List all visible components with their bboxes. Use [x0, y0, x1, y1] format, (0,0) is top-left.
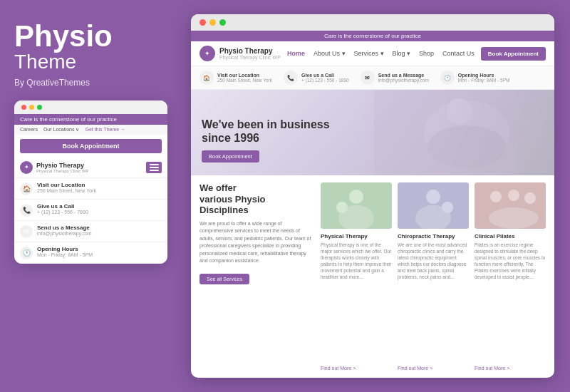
nav-services[interactable]: Services: [354, 50, 384, 57]
desktop-mockup: Care is the cornerstone of our practice …: [191, 14, 554, 378]
card2-link[interactable]: Find out More >: [398, 366, 469, 371]
mobile-logo-icon: ✦: [20, 161, 33, 174]
desktop-content: Care is the cornerstone of our practice …: [191, 31, 554, 378]
desktop-hours-item: 🕐 Opening Hours Mon - Friday: 8AM - 5PM: [440, 71, 510, 85]
desk-message-label: Send us a Message: [378, 73, 429, 78]
mobile-call-text: Give us a Call + (12) 123 - 556 - 7890: [37, 203, 88, 215]
dot-red: [21, 105, 26, 110]
location-icon: 🏠: [20, 182, 33, 195]
desktop-info-bar: 🏠 Visit our Location 250 Main Street, Ne…: [191, 66, 554, 90]
dot-yellow: [29, 105, 34, 110]
mobile-book-button[interactable]: Book Appointment: [20, 139, 162, 153]
mobile-nav-careers[interactable]: Careers: [20, 127, 38, 133]
brand-subtitle: Theme: [14, 51, 178, 73]
desk-dot-yellow: [209, 19, 216, 26]
email-icon: ✉: [20, 225, 33, 238]
card3-link[interactable]: Find out More >: [475, 366, 546, 371]
card1-link[interactable]: Find out More >: [321, 366, 392, 371]
desktop-location-item: 🏠 Visit our Location 250 Main Street, Ne…: [200, 71, 272, 85]
hero-content: We've been in business since 1996 Book A…: [202, 118, 330, 163]
card-chiropractic-therapy: Chiropractic Therapy We are one of the m…: [398, 182, 469, 371]
call-val: + (12) 123 - 556 - 7890: [37, 210, 88, 215]
offer-text: We are proud to offer a wide range of co…: [200, 220, 314, 265]
desktop-phone-icon: 📞: [284, 71, 298, 85]
desk-hours-val: Mon - Friday: 8AM - 5PM: [458, 78, 510, 83]
svg-point-3: [428, 125, 506, 168]
nav-contact[interactable]: Contact Us: [442, 50, 475, 57]
clock-icon: 🕐: [20, 247, 33, 259]
mobile-nav-theme[interactable]: Get this Theme →: [85, 127, 125, 133]
desktop-call-item: 📞 Give us a Call + (12) 123 - 556 - 1890: [284, 71, 349, 85]
desktop-location-icon: 🏠: [200, 71, 214, 85]
svg-point-7: [336, 202, 348, 213]
mobile-hours-text: Opening Hours Mon - Friday: 8AM - 5PM: [37, 246, 93, 257]
desktop-hero: We've been in business since 1996 Book A…: [191, 90, 554, 175]
desktop-email-icon: ✉: [361, 71, 375, 85]
svg-point-16: [489, 207, 539, 229]
left-panel: Physio Theme By QreativeThemes Care is t…: [14, 14, 178, 378]
desktop-logo-sub: Physical Therapy Clinic WP: [219, 55, 281, 60]
desktop-clock-icon: 🕐: [440, 71, 455, 85]
see-services-button[interactable]: See all Services: [200, 274, 249, 284]
desktop-call-text: Give us a Call + (12) 123 - 556 - 1890: [301, 73, 349, 83]
mobile-logo-sub: Physical Therapy Clinic WP: [36, 169, 89, 173]
mobile-mockup: Care is the cornerstone of our practice …: [14, 100, 167, 264]
mobile-message-row: ✉ Send us a Message info@physiotherapy.c…: [14, 221, 167, 242]
desk-location-label: Visit our Location: [217, 73, 272, 78]
card-clinical-pilates: Clinical Pilates Pilates is an exercise …: [475, 182, 546, 371]
location-val: 250 Main Street, New York: [37, 188, 96, 193]
nav-blog[interactable]: Blog: [393, 50, 411, 57]
desktop-nav-logo: ✦ Physio Therapy Physical Therapy Clinic…: [200, 46, 281, 61]
mobile-notice: Care is the cornerstone of our practice: [14, 114, 167, 125]
card1-image: [321, 182, 392, 229]
desktop-top-bar: [191, 14, 554, 31]
card2-image: [398, 182, 469, 229]
desktop-logo-text: Physio Therapy Physical Therapy Clinic W…: [219, 47, 281, 60]
svg-point-2: [447, 98, 472, 124]
hero-text: We've been in business since 1996: [202, 118, 330, 145]
svg-point-15: [524, 192, 536, 204]
mobile-message-text: Send us a Message info@physiotherapy.com: [37, 225, 92, 236]
desk-dot-red: [200, 19, 206, 26]
desk-dot-green: [219, 19, 226, 26]
desktop-nav: ✦ Physio Therapy Physical Therapy Clinic…: [191, 41, 554, 66]
card3-image: [475, 182, 546, 229]
mobile-logo-area: ✦ Physio Therapy Physical Therapy Clinic…: [20, 161, 89, 174]
nav-home[interactable]: Home: [287, 50, 305, 57]
service-cards: Physical Therapy Physical therapy is one…: [321, 182, 546, 371]
svg-point-13: [490, 191, 502, 202]
mobile-call-row: 📞 Give us a Call + (12) 123 - 556 - 7890: [14, 200, 167, 221]
desktop-logo-name: Physio Therapy: [219, 47, 281, 55]
mobile-logo-text: Physio Therapy Physical Therapy Clinic W…: [36, 162, 89, 173]
offer-section: We offer various Physio Disciplines We a…: [200, 182, 314, 371]
desktop-location-text: Visit our Location 250 Main Street, New …: [217, 73, 272, 83]
mobile-location-text: Visit our Location 250 Main Street, New …: [37, 182, 96, 193]
card2-name: Chiropractic Therapy: [398, 233, 469, 239]
desktop-services: We offer various Physio Disciplines We a…: [191, 175, 554, 378]
brand-title: Physio: [14, 21, 178, 51]
nav-about[interactable]: About Us: [314, 50, 346, 57]
mobile-location-row: 🏠 Visit our Location 250 Main Street, Ne…: [14, 178, 167, 200]
desktop-message-item: ✉ Send us a Message info@physiotherapy.c…: [361, 71, 429, 85]
phone-icon: 📞: [20, 204, 33, 217]
desktop-book-button[interactable]: Book Appointment: [481, 47, 546, 61]
desktop-message-text: Send us a Message info@physiotherapy.com: [378, 73, 429, 83]
mobile-logo-name: Physio Therapy: [36, 162, 89, 169]
card3-name: Clinical Pilates: [475, 233, 546, 239]
hours-label: Opening Hours: [37, 246, 93, 252]
svg-point-11: [442, 202, 453, 213]
desktop-logo-icon: ✦: [200, 46, 215, 61]
brand-by: By QreativeThemes: [14, 78, 178, 88]
mobile-nav-locations[interactable]: Our Locations ∨: [43, 127, 80, 133]
mobile-hours-row: 🕐 Opening Hours Mon - Friday: 8AM - 5PM: [14, 242, 167, 264]
card1-desc: Physical therapy is one of the major ser…: [321, 242, 392, 363]
hero-book-button[interactable]: Book Appointment: [202, 150, 259, 163]
location-label: Visit our Location: [37, 182, 96, 188]
card1-name: Physical Therapy: [321, 233, 392, 239]
nav-shop[interactable]: Shop: [419, 50, 434, 57]
message-label: Send us a Message: [37, 225, 92, 231]
hamburger-icon[interactable]: [146, 162, 162, 173]
card3-desc: Pilates is an exercise regime designed t…: [475, 242, 546, 363]
offer-title: We offer various Physio Disciplines: [200, 182, 314, 216]
hero-image: [336, 90, 554, 175]
